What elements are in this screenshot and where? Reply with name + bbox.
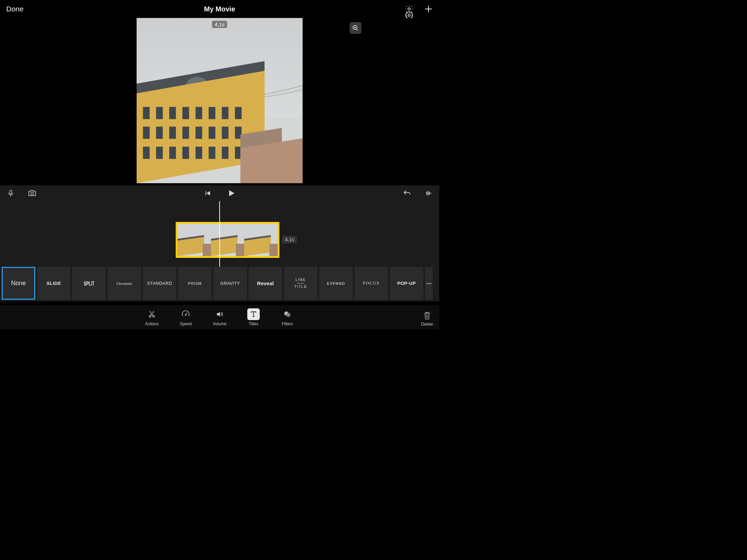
tool-label: Actions bbox=[145, 321, 158, 326]
svg-point-5 bbox=[31, 192, 34, 195]
tool-label: Titles bbox=[249, 321, 258, 326]
svg-point-2 bbox=[408, 14, 411, 17]
title-style-expand[interactable]: EXPAND bbox=[319, 267, 353, 300]
clip-duration-badge: 4,1s bbox=[212, 21, 227, 28]
divider bbox=[0, 302, 439, 302]
title-style-none[interactable]: None bbox=[2, 267, 35, 300]
svg-point-6 bbox=[149, 315, 151, 317]
playhead[interactable] bbox=[219, 201, 220, 267]
title-style-label: SLIDE bbox=[46, 281, 61, 286]
project-title: My Movie bbox=[204, 5, 235, 13]
settings-gear-icon[interactable] bbox=[405, 4, 414, 13]
title-style-label: SPLIT bbox=[84, 280, 94, 287]
title-style-label: Chromatic bbox=[116, 281, 132, 286]
title-style-label: Simple bbox=[426, 282, 431, 284]
title-style-reveal[interactable]: Reveal bbox=[249, 267, 282, 300]
timeline[interactable]: 4,1s bbox=[0, 201, 439, 267]
title-style-label: PRISM bbox=[188, 281, 202, 286]
undo-icon[interactable] bbox=[403, 189, 412, 198]
camera-icon[interactable] bbox=[28, 189, 37, 198]
title-style-chromatic[interactable]: Chromatic bbox=[108, 267, 141, 300]
tool-delete[interactable]: Delete bbox=[421, 311, 433, 327]
tool-label: Speed bbox=[180, 321, 192, 326]
tool-volume[interactable]: Volume bbox=[210, 308, 230, 326]
speaker-icon bbox=[215, 310, 224, 318]
scissors-icon bbox=[148, 310, 156, 318]
title-style-popup[interactable]: POP-UP bbox=[390, 267, 423, 300]
tool-actions[interactable]: Actions bbox=[142, 308, 162, 326]
title-style-label: GRAVITY bbox=[220, 281, 240, 286]
tool-titles[interactable]: Titles bbox=[243, 308, 264, 326]
title-style-label: LINETITLE bbox=[294, 277, 307, 289]
svg-point-10 bbox=[286, 313, 290, 317]
title-style-label: None bbox=[11, 280, 26, 287]
title-style-label: STANDARD bbox=[147, 281, 172, 286]
tool-label: Delete bbox=[421, 322, 433, 327]
title-style-standard[interactable]: STANDARD bbox=[143, 267, 176, 300]
filters-circles-icon bbox=[283, 310, 292, 318]
title-style-focus[interactable]: FOCUS bbox=[354, 267, 388, 300]
done-button[interactable]: Done bbox=[6, 5, 24, 13]
title-style-label: EXPAND bbox=[327, 281, 345, 286]
title-style-split[interactable]: SPLIT bbox=[72, 267, 106, 300]
svg-point-0 bbox=[408, 8, 411, 10]
trash-icon bbox=[423, 311, 431, 320]
title-style-slide[interactable]: SLIDE bbox=[37, 267, 71, 300]
title-style-simple[interactable]: Simple bbox=[425, 267, 433, 300]
audio-waveform-icon[interactable] bbox=[425, 189, 432, 197]
tool-label: Filters bbox=[282, 321, 293, 326]
svg-point-8 bbox=[185, 315, 186, 315]
svg-rect-4 bbox=[10, 190, 12, 194]
skip-to-start-icon[interactable] bbox=[204, 189, 211, 197]
title-style-gravity[interactable]: GRAVITY bbox=[213, 267, 247, 300]
timeline-clip-duration: 4,1s bbox=[282, 236, 297, 243]
title-style-label: FOCUS bbox=[363, 281, 380, 286]
title-style-label: POP-UP bbox=[397, 281, 416, 286]
svg-point-7 bbox=[153, 315, 154, 317]
title-style-label: Reveal bbox=[257, 280, 274, 286]
tool-speed[interactable]: Speed bbox=[176, 308, 196, 326]
tool-label: Volume bbox=[213, 321, 227, 326]
tool-filters[interactable]: Filters bbox=[277, 308, 297, 326]
play-icon[interactable] bbox=[227, 189, 236, 198]
add-media-icon[interactable] bbox=[424, 4, 433, 13]
video-preview bbox=[137, 18, 303, 183]
title-style-line[interactable]: LINETITLE bbox=[284, 267, 317, 300]
title-t-icon bbox=[249, 310, 258, 318]
microphone-icon[interactable] bbox=[7, 189, 15, 197]
title-styles-strip[interactable]: None SLIDE SPLIT Chromatic STANDARD PRIS… bbox=[0, 267, 439, 301]
timeline-clip[interactable] bbox=[176, 222, 279, 258]
title-style-prism[interactable]: PRISM bbox=[178, 267, 212, 300]
zoom-in-icon[interactable] bbox=[350, 22, 361, 34]
preview-canvas[interactable]: 4,1s bbox=[0, 18, 439, 185]
speedometer-icon bbox=[182, 310, 190, 318]
